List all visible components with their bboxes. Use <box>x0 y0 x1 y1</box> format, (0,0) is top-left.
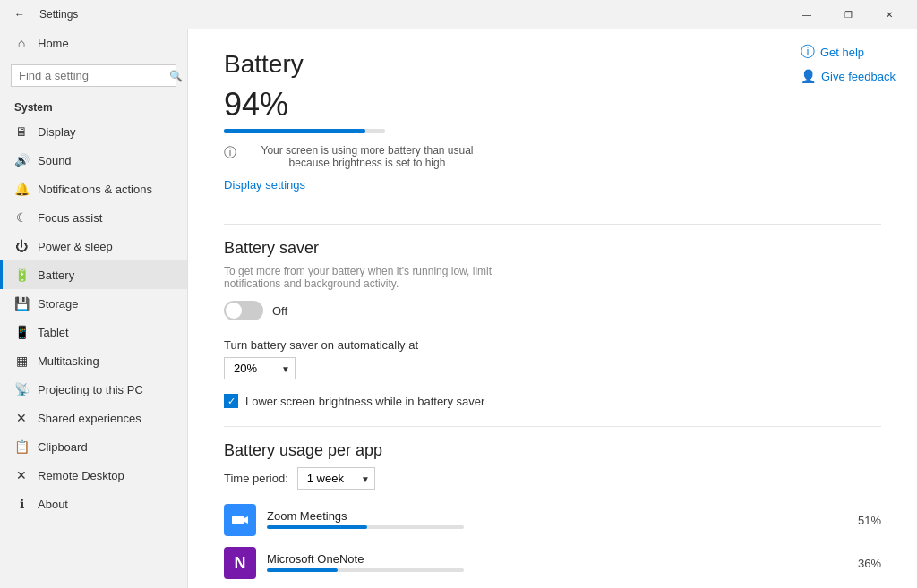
zoom-icon-box <box>224 504 256 536</box>
divider2 <box>224 426 881 427</box>
sidebar-item-label: Battery <box>38 268 74 282</box>
time-period-label: Time period: <box>224 472 288 485</box>
zoom-bar-container <box>267 525 464 529</box>
sidebar-item-shared[interactable]: ✕ Shared experiences <box>0 404 187 432</box>
dropdown-wrapper: Never 10% 20% 30% 50% ▼ <box>224 357 296 379</box>
title-bar: ← Settings — ❐ ✕ <box>0 0 917 29</box>
sidebar-item-label: Focus assist <box>38 211 102 225</box>
sidebar-item-label: Storage <box>38 297 79 311</box>
time-period-row: Time period: 24 hours 1 week ▼ <box>224 467 881 490</box>
sidebar-item-label: Home <box>38 37 69 50</box>
title-bar-controls: — ❐ ✕ <box>786 0 910 29</box>
multitasking-icon: ▦ <box>14 354 29 368</box>
sidebar-item-label: Projecting to this PC <box>38 383 143 396</box>
warning-icon: ⓘ <box>224 145 236 161</box>
help-icon: ⓘ <box>801 43 815 62</box>
display-icon: 🖥 <box>14 124 29 139</box>
svg-rect-0 <box>232 516 244 524</box>
search-icon: 🔍 <box>169 70 183 82</box>
sidebar-item-sound[interactable]: 🔊 Sound <box>0 146 187 175</box>
divider1 <box>224 224 881 225</box>
sidebar-item-label: Shared experiences <box>38 412 141 425</box>
checkbox-check-icon: ✓ <box>227 396 236 407</box>
sidebar-item-remote[interactable]: ✕ Remote Desktop <box>0 461 187 490</box>
notifications-icon: 🔔 <box>14 182 29 196</box>
zoom-name: Zoom Meetings <box>267 509 835 523</box>
help-panel: ⓘ Get help 👤 Give feedback <box>801 43 896 83</box>
search-box[interactable]: 🔍 <box>11 64 176 87</box>
zoom-icon <box>224 504 256 536</box>
onenote-pct: 36% <box>849 557 881 570</box>
app-row-onenote: N Microsoft OneNote 36% <box>224 547 881 579</box>
sidebar-item-label: Notifications & actions <box>38 183 152 196</box>
onenote-icon: N <box>224 547 256 579</box>
battery-threshold-select[interactable]: Never 10% 20% 30% 50% <box>224 357 296 379</box>
sidebar-item-notifications[interactable]: 🔔 Notifications & actions <box>0 175 187 203</box>
feedback-icon: 👤 <box>801 69 816 83</box>
onenote-bar <box>267 568 338 572</box>
give-feedback-link[interactable]: 👤 Give feedback <box>801 69 896 83</box>
battery-bar-container <box>224 129 385 133</box>
sidebar-item-projecting[interactable]: 📡 Projecting to this PC <box>0 375 187 404</box>
checkbox-label: Lower screen brightness while in battery… <box>245 395 484 408</box>
sidebar-item-label: Multitasking <box>38 354 99 368</box>
projecting-icon: 📡 <box>14 382 29 396</box>
sound-icon: 🔊 <box>14 153 29 167</box>
sidebar-item-power[interactable]: ⏻ Power & sleep <box>0 232 187 260</box>
dropdown-label: Turn battery saver on automatically at <box>224 338 881 352</box>
back-button[interactable]: ← <box>7 2 32 27</box>
sidebar-item-multitasking[interactable]: ▦ Multitasking <box>0 346 187 375</box>
close-button[interactable]: ✕ <box>869 0 910 29</box>
sidebar-item-focus[interactable]: ☾ Focus assist <box>0 203 187 232</box>
content-area: ⓘ Get help 👤 Give feedback Battery 94% ⓘ… <box>188 29 917 588</box>
sidebar-item-label: Tablet <box>38 326 69 339</box>
zoom-info: Zoom Meetings <box>267 509 835 531</box>
sidebar: ⌂ Home 🔍 System 🖥 Display 🔊 Sound 🔔 Noti… <box>0 29 188 588</box>
sidebar-item-label: Display <box>38 125 76 139</box>
onenote-name: Microsoft OneNote <box>267 552 835 566</box>
onenote-icon-box: N <box>224 547 256 579</box>
sidebar-item-home[interactable]: ⌂ Home <box>0 29 187 57</box>
battery-icon: 🔋 <box>14 268 29 282</box>
battery-saver-toggle-row: Off <box>224 301 881 320</box>
onenote-info: Microsoft OneNote <box>267 552 835 574</box>
focus-icon: ☾ <box>14 210 29 225</box>
battery-saver-title: Battery saver <box>224 239 881 258</box>
sidebar-item-about[interactable]: ℹ About <box>0 490 187 518</box>
sidebar-item-label: Power & sleep <box>38 240 113 253</box>
brightness-checkbox-row[interactable]: ✓ Lower screen brightness while in batte… <box>224 394 881 408</box>
sidebar-item-label: About <box>38 498 68 511</box>
brightness-checkbox[interactable]: ✓ <box>224 394 238 408</box>
battery-saver-toggle[interactable] <box>224 301 263 320</box>
page-title: Battery <box>224 50 881 79</box>
get-help-link[interactable]: ⓘ Get help <box>801 43 896 62</box>
sidebar-item-battery[interactable]: 🔋 Battery <box>0 260 187 289</box>
restore-button[interactable]: ❐ <box>827 0 869 29</box>
battery-percent: 94% <box>224 86 881 124</box>
sidebar-item-clipboard[interactable]: 📋 Clipboard <box>0 432 187 461</box>
system-section-label: System <box>0 94 187 117</box>
zoom-pct: 51% <box>849 514 881 527</box>
battery-saver-dropdown-row: Turn battery saver on automatically at N… <box>224 338 881 379</box>
usage-title: Battery usage per app <box>224 441 881 460</box>
search-input[interactable] <box>19 69 169 82</box>
sidebar-item-storage[interactable]: 💾 Storage <box>0 289 187 318</box>
sidebar-item-label: Clipboard <box>38 440 88 454</box>
minimize-button[interactable]: — <box>786 0 827 29</box>
toggle-knob <box>226 303 242 319</box>
warning-box: ⓘ Your screen is using more battery than… <box>224 144 493 169</box>
sidebar-item-display[interactable]: 🖥 Display <box>0 117 187 146</box>
time-period-wrapper: 24 hours 1 week ▼ <box>297 467 375 490</box>
zoom-icon-svg <box>230 510 250 530</box>
storage-icon: 💾 <box>14 296 29 311</box>
onenote-bar-container <box>267 568 464 572</box>
app-row-zoom: Zoom Meetings 51% <box>224 504 881 536</box>
svg-marker-1 <box>244 516 248 524</box>
app-body: ⌂ Home 🔍 System 🖥 Display 🔊 Sound 🔔 Noti… <box>0 29 917 588</box>
time-period-select[interactable]: 24 hours 1 week <box>297 467 375 490</box>
sidebar-item-label: Sound <box>38 154 72 167</box>
clipboard-icon: 📋 <box>14 439 29 454</box>
battery-usage-section: Battery usage per app Time period: 24 ho… <box>224 441 881 588</box>
display-settings-link[interactable]: Display settings <box>224 178 305 192</box>
sidebar-item-tablet[interactable]: 📱 Tablet <box>0 318 187 346</box>
